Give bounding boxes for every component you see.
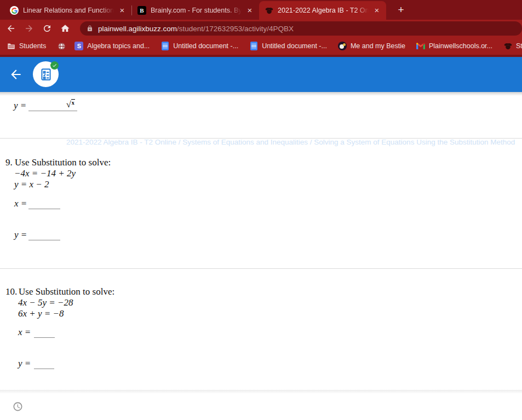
- bookmark-label: Plainwellschools.or...: [429, 42, 492, 50]
- globe-icon: [57, 42, 66, 50]
- question-number: 10.: [5, 286, 17, 297]
- answer-label-y: y =: [18, 358, 31, 369]
- answer-blank-input[interactable]: [34, 359, 54, 369]
- google-favicon-icon: [10, 6, 19, 15]
- question-equation: 6x + y = −8: [18, 308, 64, 319]
- avatar-icon: [338, 42, 347, 50]
- timer-clock-icon[interactable]: [13, 401, 23, 412]
- close-tab-icon[interactable]: ×: [245, 5, 255, 15]
- bookmark-student-app[interactable]: Student Ap: [501, 40, 522, 52]
- bookmark-untitled-doc-2[interactable]: Untitled document -...: [247, 40, 331, 52]
- close-tab-icon[interactable]: ×: [117, 5, 127, 15]
- address-bar[interactable]: plainwell.agilixbuzz.com/student/1726329…: [80, 21, 522, 36]
- folder-icon: [7, 42, 15, 50]
- question-prompt: Use Substitution to solve:: [19, 286, 114, 297]
- url-domain: plainwell.agilixbuzz.com: [98, 25, 177, 33]
- bookmark-label: Untitled document -...: [262, 42, 327, 50]
- activity-title: Self Check: Solving a System of Equation…: [66, 124, 422, 137]
- answer-label-y: y =: [14, 100, 26, 111]
- bookmark-label: Students: [19, 42, 46, 50]
- answer-blank-input[interactable]: [34, 327, 55, 338]
- tab-strip: Linear Relations and Functions / × B Bra…: [0, 0, 522, 20]
- completed-check-icon: [50, 61, 59, 70]
- close-tab-icon[interactable]: ×: [372, 5, 382, 15]
- header-shadow: [0, 92, 522, 96]
- bookmark-label: Student Ap: [516, 42, 522, 50]
- tab-title: 2021-2022 Algebra IB - T2 Online: [278, 7, 369, 14]
- question-number: 9.: [5, 157, 13, 168]
- bookmark-label: Algebra topics and...: [87, 42, 150, 50]
- answer-blank-input[interactable]: [28, 199, 60, 209]
- bookmark-globe[interactable]: [55, 40, 68, 52]
- bookmark-algebra-topics[interactable]: S Algebra topics and...: [72, 40, 154, 52]
- lock-icon: [87, 25, 93, 32]
- url-text: plainwell.agilixbuzz.com/student/1726329…: [98, 25, 294, 33]
- bookmark-label: Me and my Bestie: [351, 42, 405, 50]
- activity-header: Self Check: Solving a System of Equation…: [0, 57, 522, 92]
- question-equation: y = x − 2: [14, 179, 49, 190]
- gmail-icon: [416, 42, 425, 50]
- browser-toolbar: plainwell.agilixbuzz.com/student/1726329…: [0, 20, 522, 37]
- question-divider: [0, 138, 522, 139]
- bookmark-students-folder[interactable]: Students: [4, 40, 50, 52]
- bookmark-untitled-doc-1[interactable]: Untitled document -...: [158, 40, 243, 52]
- answer-label-y: y =: [14, 229, 27, 240]
- question-equation: 4x − 5y = −28: [18, 297, 73, 308]
- s-doc-icon: S: [74, 42, 83, 50]
- answer-label-x: x =: [14, 198, 27, 209]
- bookmark-me-and-my-bestie[interactable]: Me and my Bestie: [336, 40, 410, 52]
- tab-brainly[interactable]: B Brainly.com - For students. By st ×: [132, 1, 259, 20]
- reload-icon[interactable]: [40, 21, 54, 36]
- new-tab-button[interactable]: +: [394, 3, 408, 17]
- buzz-favicon-icon: [265, 6, 273, 15]
- home-icon[interactable]: [58, 21, 72, 36]
- tab-linear-relations[interactable]: Linear Relations and Functions / ×: [4, 1, 131, 20]
- breadcrumb: 2021-2022 Algebra IB - T2 Online / Syste…: [66, 138, 522, 146]
- question-divider: [0, 268, 522, 269]
- tab-title: Linear Relations and Functions /: [23, 7, 114, 14]
- tab-algebra-active[interactable]: 2021-2022 Algebra IB - T2 Online ×: [259, 1, 386, 20]
- bookmark-plainwellschools[interactable]: Plainwellschools.or...: [414, 40, 497, 52]
- answer-label-x: x =: [18, 327, 31, 338]
- answer-blank-input[interactable]: [28, 230, 60, 240]
- equation-editor-button[interactable]: √x: [66, 100, 75, 110]
- footer-divider: [0, 390, 522, 394]
- url-path: /student/172632953/activity/4PQBX: [177, 25, 294, 33]
- forward-icon[interactable]: [22, 21, 36, 36]
- question-prompt: Use Substitution to solve:: [15, 157, 111, 168]
- bookmark-label: Untitled document -...: [173, 42, 238, 50]
- bookmarks-bar: Students S Algebra topics and... Untitle…: [0, 37, 522, 55]
- buzz-icon: [503, 42, 512, 50]
- gdoc-icon: [160, 42, 169, 50]
- tab-title: Brainly.com - For students. By st: [151, 7, 242, 14]
- back-icon[interactable]: [4, 21, 18, 36]
- header-back-icon[interactable]: [9, 67, 24, 83]
- gdoc-icon: [249, 42, 258, 50]
- question-equation: −4x = −14 + 2y: [14, 168, 76, 179]
- brainly-favicon-icon: B: [137, 6, 146, 15]
